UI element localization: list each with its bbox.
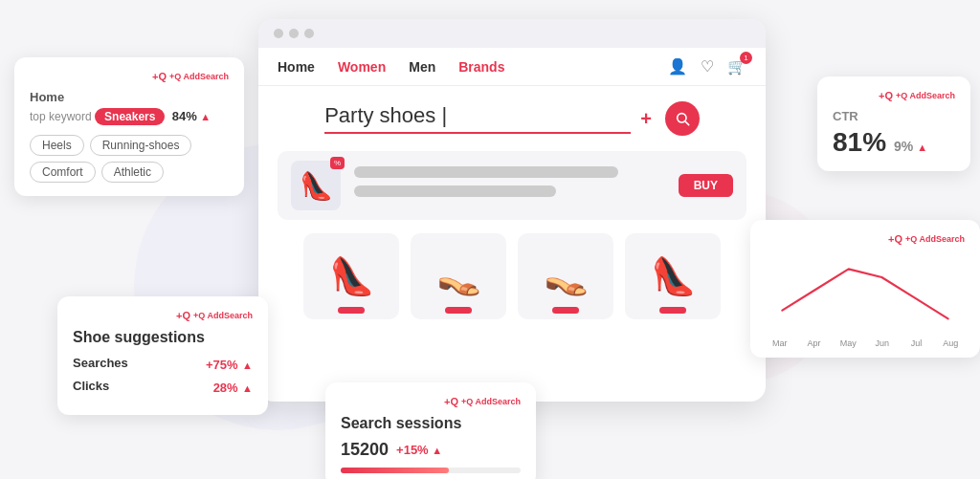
browser-titlebar (258, 19, 766, 48)
search-input-wrapper: Party shoes | (324, 103, 631, 134)
nav-women[interactable]: Women (338, 59, 386, 75)
product-tag-4 (659, 307, 686, 314)
addsearch-label-1: +Q AddSearch (169, 72, 229, 81)
wishlist-icon[interactable]: ♡ (701, 57, 714, 76)
ctr-title: CTR (833, 109, 955, 123)
cart-badge: 1 (740, 52, 752, 64)
kw-tag-comfort[interactable]: Comfort (30, 162, 96, 183)
kw-tag-athletic[interactable]: Athletic (101, 162, 164, 183)
buy-button[interactable]: BUY (679, 174, 733, 197)
user-icon[interactable]: 👤 (668, 57, 687, 76)
addsearch-label-4: +Q AddSearch (905, 234, 965, 244)
chart-label-apr: Apr (808, 338, 821, 348)
result-bar-desc (354, 185, 556, 197)
browser-content: Party shoes | + 👠 % BUY (258, 86, 766, 335)
chart-col-apr: Apr (800, 337, 829, 348)
browser-dot-1 (274, 29, 283, 38)
card-ctr: +Q +Q AddSearch CTR 81% 9% ▲ (817, 76, 970, 171)
sugg-searches-value: +75% (206, 358, 238, 372)
ctr-arrow: ▲ (917, 142, 927, 153)
kw-top-keyword: top keyword Sneakers 84% ▲ (30, 108, 229, 125)
result-info (354, 166, 665, 205)
kw-percent: 84% (172, 109, 197, 123)
product-tag-2 (445, 307, 472, 314)
card-suggestions: +Q +Q AddSearch Shoe suggestions Searche… (57, 296, 268, 415)
product-card-1[interactable]: 👠 (303, 233, 399, 319)
sessions-bar-fill (341, 468, 449, 473)
product-card-2[interactable]: 👡 (411, 233, 506, 319)
result-image: 👠 % (291, 161, 341, 210)
ctr-value-row: 81% 9% ▲ (833, 127, 955, 158)
svg-line-1 (685, 121, 689, 125)
sessions-bar-bg (341, 468, 521, 473)
kw-arrow: ▲ (200, 111, 211, 122)
search-plus-icon: + (640, 108, 652, 130)
product-tag-1 (338, 307, 365, 314)
chart-col-mar: Mar (766, 337, 794, 348)
sessions-title: Search sessions (341, 415, 521, 432)
nav-home[interactable]: Home (278, 59, 315, 75)
chart-col-aug: Aug (936, 337, 965, 348)
chart-col-may: May (834, 337, 862, 348)
addsearch-header-2: +Q +Q AddSearch (73, 310, 253, 321)
chart-label-aug: Aug (943, 338, 958, 348)
ctr-big-value: 81% (833, 127, 886, 158)
sugg-clicks-arrow: ▲ (242, 382, 253, 394)
sugg-searches-arrow: ▲ (242, 359, 253, 371)
chart-area: MarAprMayJunJulAug (766, 252, 965, 348)
card-chart: +Q +Q AddSearch MarAprMayJunJulAug (750, 220, 980, 358)
result-item: 👠 % BUY (278, 151, 746, 220)
addsearch-label-3: +Q AddSearch (896, 91, 955, 100)
addsearch-logo-5: +Q (444, 396, 458, 407)
result-bar-title (354, 166, 618, 178)
kw-tag-running[interactable]: Running-shoes (90, 135, 192, 156)
addsearch-header-4: +Q +Q AddSearch (766, 233, 965, 245)
suggestions-title: Shoe suggestions (73, 329, 253, 346)
kw-badge: Sneakers (95, 108, 165, 125)
addsearch-logo-3: +Q (879, 90, 893, 101)
addsearch-header-3: +Q +Q AddSearch (833, 90, 955, 101)
card-keywords: +Q +Q AddSearch Home top keyword Sneaker… (14, 57, 244, 196)
sugg-searches-label: Searches (73, 356, 128, 373)
browser-dot-2 (289, 29, 299, 38)
sugg-clicks-value: 28% (213, 381, 238, 395)
browser-nav: Home Women Men Brands 👤 ♡ 🛒 1 (258, 48, 766, 86)
chart-col-jun: Jun (868, 337, 897, 348)
cart-icon[interactable]: 🛒 1 (727, 57, 746, 76)
chart-label-jun: Jun (876, 338, 890, 348)
search-area: Party shoes | + (278, 101, 746, 136)
sugg-clicks-label: Clicks (73, 379, 109, 396)
addsearch-header-1: +Q +Q AddSearch (30, 71, 229, 82)
kw-home: Home (30, 90, 229, 104)
nav-brands[interactable]: Brands (458, 59, 504, 75)
sugg-clicks-row: Clicks 28% ▲ (73, 379, 253, 396)
sessions-value: 15200 (341, 440, 389, 460)
kw-tags: Heels Running-shoes Comfort Athletic (30, 135, 229, 183)
card-sessions: +Q +Q AddSearch Search sessions 15200 +1… (325, 382, 536, 479)
ctr-change: 9% ▲ (894, 139, 927, 154)
kw-tag-heels[interactable]: Heels (30, 135, 84, 156)
addsearch-label-5: +Q AddSearch (461, 397, 521, 406)
addsearch-header-5: +Q +Q AddSearch (341, 396, 521, 407)
addsearch-logo-2: +Q (176, 310, 190, 321)
chart-label-may: May (840, 338, 857, 348)
search-query-display[interactable]: Party shoes | (324, 103, 631, 134)
nav-icons: 👤 ♡ 🛒 1 (668, 57, 746, 76)
sugg-searches-row: Searches +75% ▲ (73, 356, 253, 373)
nav-men[interactable]: Men (409, 59, 435, 75)
product-card-3[interactable]: 👡 (518, 233, 613, 319)
search-button[interactable] (665, 101, 700, 136)
product-card-4[interactable]: 👠 (625, 233, 721, 319)
sessions-value-row: 15200 +15% ▲ (341, 440, 521, 460)
browser-window: Home Women Men Brands 👤 ♡ 🛒 1 Party shoe… (258, 19, 766, 402)
sessions-arrow: ▲ (432, 445, 442, 456)
chart-label-mar: Mar (772, 338, 788, 348)
nav-links: Home Women Men Brands (278, 59, 504, 75)
product-tag-3 (552, 307, 579, 314)
chart-label-jul: Jul (911, 338, 923, 348)
product-grid: 👠 👡 👡 👠 (278, 233, 746, 319)
sessions-change: +15% ▲ (396, 443, 442, 457)
browser-dot-3 (304, 29, 314, 38)
addsearch-logo-1: +Q (152, 71, 167, 82)
addsearch-label-2: +Q AddSearch (193, 311, 253, 320)
